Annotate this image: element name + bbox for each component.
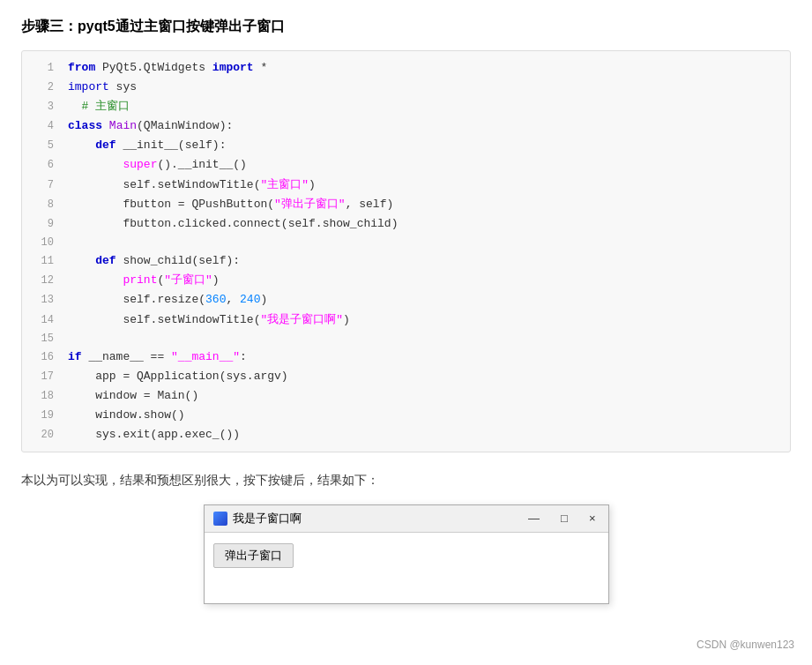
watermark: CSDN @kunwen123 [697,639,794,651]
mock-window: 我是子窗口啊 — □ × 弹出子窗口 [204,504,609,604]
code-line-10: 10 [22,234,790,251]
code-line-8: 8 fbutton = QPushButton("弹出子窗口", self) [22,195,790,214]
code-line-9: 9 fbutton.clicked.connect(self.show_chil… [22,214,790,234]
close-button[interactable]: × [585,512,600,525]
minimize-button[interactable]: — [525,512,543,525]
window-container: 我是子窗口啊 — □ × 弹出子窗口 [21,504,791,604]
window-title-text: 我是子窗口啊 [233,511,302,527]
page-title: 步骤三：pyqt5通过主窗口按键弹出子窗口 [21,18,791,36]
prose-text: 本以为可以实现，结果和预想区别很大，按下按键后，结果如下： [21,470,791,489]
code-line-4: 4 class Main(QMainWindow): [22,116,790,136]
code-line-12: 12 print("子窗口") [22,271,790,290]
code-line-14: 14 self.setWindowTitle("我是子窗口啊") [22,310,790,330]
code-line-13: 13 self.resize(360, 240) [22,290,790,310]
popup-button[interactable]: 弹出子窗口 [213,543,294,568]
code-line-3: 3 # 主窗口 [22,97,790,116]
code-line-20: 20 sys.exit(app.exec_()) [22,425,790,445]
window-title-left: 我是子窗口啊 [213,511,302,527]
step-label: 步骤三： [21,19,78,34]
code-line-18: 18 window = Main() [22,386,790,406]
code-line-1: 1 from PyQt5.QtWidgets import * [22,58,790,78]
code-block: 1 from PyQt5.QtWidgets import * 2 import… [21,50,791,452]
window-controls: — □ × [525,512,599,525]
window-icon [213,512,227,526]
code-line-16: 16 if __name__ == "__main__": [22,347,790,367]
window-titlebar: 我是子窗口啊 — □ × [205,505,608,533]
code-line-2: 2 import sys [22,78,790,97]
code-line-15: 15 [22,330,790,347]
window-body: 弹出子窗口 [205,533,608,603]
title-text: pyqt5通过主窗口按键弹出子窗口 [78,19,285,34]
code-line-6: 6 super().__init__() [22,155,790,175]
code-line-5: 5 def __init__(self): [22,136,790,155]
code-line-11: 11 def show_child(self): [22,251,790,271]
code-line-17: 17 app = QApplication(sys.argv) [22,367,790,386]
maximize-button[interactable]: □ [557,512,571,525]
code-line-19: 19 window.show() [22,406,790,425]
code-line-7: 7 self.setWindowTitle("主窗口") [22,176,790,195]
